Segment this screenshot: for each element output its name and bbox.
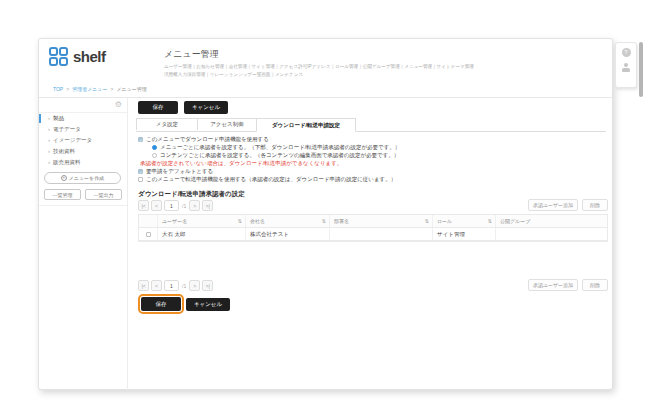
approver-actions-bottom: 承認ユーザー追加 削除 xyxy=(528,279,608,291)
list-export-button[interactable]: 一覧出力 xyxy=(85,189,122,200)
sidebar-item-label: イメージデータ xyxy=(53,137,92,143)
pagination-next-button[interactable]: > xyxy=(189,200,200,211)
sidebar-item-label: 技術資料 xyxy=(53,148,75,154)
default-request-checkbox[interactable]: ✓ xyxy=(138,169,143,174)
cell-user: 大石 太郎 xyxy=(157,228,245,240)
sidebar-item-label: 製品 xyxy=(53,115,64,121)
sort-icon[interactable]: ⇅ xyxy=(322,218,326,224)
cancel-button-bottom[interactable]: キャンセル xyxy=(186,298,230,311)
per-menu-label: メニューごとに承認者を設定する。（下部、ダウンロード/転送申請承認者の設定が必要… xyxy=(160,144,400,151)
breadcrumb-section-link[interactable]: 管理者メニュー xyxy=(72,86,107,92)
pagination-prev-button[interactable]: < xyxy=(151,280,162,291)
transfer-request-label: このメニューで転送申請機能を使用する（承認者の設定は、ダウンロード申請の設定に従… xyxy=(146,176,396,183)
sidebar-item-label: 電子データ xyxy=(53,126,81,132)
save-button-bottom-highlighted[interactable]: 保存 xyxy=(141,297,181,311)
sidebar-item-product[interactable]: ›製品 xyxy=(39,113,127,124)
default-request-label: 要申請をデフォルトとする xyxy=(146,168,213,175)
create-menu-label: メニューを作成 xyxy=(69,175,104,181)
per-content-approver-row: コンテンツごとに承認者を設定する。（各コンテンツの編集画面で承認者の設定が必要で… xyxy=(152,152,399,159)
pagination-bottom: |< < /1 > >| xyxy=(138,280,213,291)
sort-icon[interactable]: ⇅ xyxy=(488,218,492,224)
add-approver-user-button[interactable]: 承認ユーザー追加 xyxy=(528,279,578,291)
breadcrumb-separator: > xyxy=(66,86,69,92)
use-download-label: このメニューでダウンロード申請機能を使用する xyxy=(146,136,269,143)
per-menu-radio[interactable] xyxy=(152,145,157,150)
module-list-line2: 汎用帳入力項目管理｜リレーションシップ一覧画面｜メンテナンス xyxy=(164,72,604,77)
pagination-prev-button[interactable]: < xyxy=(151,200,162,211)
user-icon-head xyxy=(624,63,628,67)
sort-icon[interactable]: ⇅ xyxy=(425,218,429,224)
breadcrumb-separator: > xyxy=(110,86,113,92)
delete-approver-button[interactable]: 削除 xyxy=(582,279,608,291)
breadcrumb-current: メニュー管理 xyxy=(116,86,146,92)
use-download-checkbox[interactable]: ✓ xyxy=(138,137,143,142)
pagination-total-label: /1 xyxy=(182,283,186,289)
pagination-top: |< < /1 > >| xyxy=(138,200,213,211)
header: メニュー管理 ユーザー管理｜お知らせ管理｜会社管理｜サイト管理｜アクセス許可IP… xyxy=(164,48,604,77)
cell-company: 株式会社テスト xyxy=(245,228,329,240)
quick-access-panel: ? xyxy=(615,42,637,88)
sidebar-list-buttons: 一覧管理 一覧出力 xyxy=(44,189,122,200)
transfer-request-row: このメニューで転送申請機能を使用する（承認者の設定は、ダウンロード申請の設定に従… xyxy=(138,176,396,183)
default-request-row: ✓ 要申請をデフォルトとする xyxy=(138,168,213,175)
tab-meta-settings[interactable]: メタ設定 xyxy=(136,118,198,130)
pagination-first-button[interactable]: |< xyxy=(138,200,149,211)
logo[interactable]: shelf xyxy=(49,47,106,66)
breadcrumb: TOP > 管理者メニュー > メニュー管理 xyxy=(53,86,147,92)
cell-role: サイト管理 xyxy=(432,228,495,240)
chevron-right-icon: › xyxy=(48,126,50,132)
help-icon[interactable]: ? xyxy=(622,48,631,57)
row-checkbox[interactable] xyxy=(146,232,151,237)
transfer-request-checkbox[interactable] xyxy=(138,177,143,182)
delete-approver-button[interactable]: 削除 xyxy=(582,199,608,211)
pagination-page-input[interactable] xyxy=(164,200,179,211)
column-label: 公開グループ xyxy=(500,218,530,224)
logo-text: shelf xyxy=(73,48,106,65)
cell-group xyxy=(495,228,607,240)
main-content: 保存 キャンセル メタ設定 アクセス制御 ダウンロード/転送申請設定 ✓ このメ… xyxy=(128,98,614,390)
chevron-right-icon: › xyxy=(48,137,50,143)
gear-icon[interactable]: ⚙ xyxy=(115,100,122,109)
tab-download-transfer-settings[interactable]: ダウンロード/転送申請設定 xyxy=(256,118,356,132)
shelf-logo-icon xyxy=(49,47,68,66)
row-select-cell xyxy=(139,228,157,240)
column-label: 部署名 xyxy=(334,218,349,224)
pagination-first-button[interactable]: |< xyxy=(138,280,149,291)
table-header-row: ユーザー名 ⇅ 会社名 ⇅ 部署名 ⇅ ロール ⇅ xyxy=(139,215,607,228)
approver-actions-top: 承認ユーザー追加 削除 xyxy=(528,199,608,211)
save-button-top[interactable]: 保存 xyxy=(138,101,178,114)
scrollbar-thumb[interactable] xyxy=(639,42,643,97)
column-header-group: 公開グループ xyxy=(495,215,607,227)
pagination-last-button[interactable]: >| xyxy=(202,200,213,211)
breadcrumb-home-link[interactable]: TOP xyxy=(53,86,63,92)
per-content-radio[interactable] xyxy=(152,153,157,158)
pagination-next-button[interactable]: > xyxy=(189,280,200,291)
chevron-right-icon: › xyxy=(48,159,50,165)
list-manage-button[interactable]: 一覧管理 xyxy=(44,189,81,200)
pagination-page-input[interactable] xyxy=(164,280,179,291)
per-menu-approver-row: メニューごとに承認者を設定する。（下部、ダウンロード/転送申請承認者の設定が必要… xyxy=(152,144,400,151)
column-label: ロール xyxy=(437,218,452,224)
create-menu-button[interactable]: + メニューを作成 xyxy=(44,172,121,184)
sort-icon[interactable]: ⇅ xyxy=(238,218,242,224)
sidebar-item-tech-docs[interactable]: ›技術資料 xyxy=(39,146,127,157)
tab-access-control[interactable]: アクセス制御 xyxy=(197,118,257,130)
user-icon[interactable] xyxy=(622,63,630,72)
column-header-role: ロール ⇅ xyxy=(432,215,495,227)
sidebar-divider xyxy=(39,205,127,206)
sidebar-item-label: 販売用資料 xyxy=(53,159,81,165)
sidebar-item-image-data[interactable]: ›イメージデータ xyxy=(39,135,127,146)
column-header-department: 部署名 ⇅ xyxy=(329,215,432,227)
pagination-last-button[interactable]: >| xyxy=(202,280,213,291)
table-row: 大石 太郎 株式会社テスト サイト管理 xyxy=(139,228,607,241)
sidebar-item-electronic-data[interactable]: ›電子データ xyxy=(39,124,127,135)
pagination-total-label: /1 xyxy=(182,203,186,209)
sidebar-item-sales-docs[interactable]: ›販売用資料 xyxy=(39,157,127,168)
sidebar-header: ⚙ xyxy=(39,98,127,113)
approver-table: ユーザー名 ⇅ 会社名 ⇅ 部署名 ⇅ ロール ⇅ xyxy=(138,214,608,242)
add-approver-user-button[interactable]: 承認ユーザー追加 xyxy=(528,199,578,211)
cancel-button-top[interactable]: キャンセル xyxy=(184,101,228,114)
approver-section-title: ダウンロード/転送申請承認者の設定 xyxy=(138,190,245,199)
use-download-row: ✓ このメニューでダウンロード申請機能を使用する xyxy=(138,136,269,143)
cell-department xyxy=(329,228,432,240)
